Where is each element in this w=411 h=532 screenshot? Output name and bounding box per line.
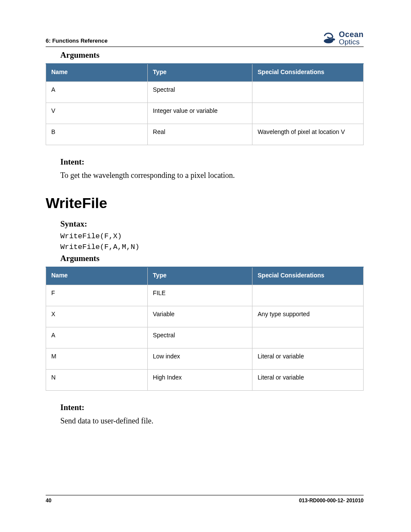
- cell-name: V: [46, 103, 148, 124]
- svg-point-1: [331, 38, 335, 40]
- cell-type: Spectral: [147, 82, 252, 103]
- arguments-table-1: Name Type Special Considerations A Spect…: [46, 63, 364, 145]
- page-number: 40: [46, 498, 51, 504]
- logo-text: Ocean Optics: [339, 31, 364, 46]
- cell-special: [252, 82, 364, 103]
- page: 6: Functions Reference Ocean Optics Argu…: [0, 0, 411, 532]
- intent-heading: Intent:: [60, 403, 364, 412]
- arguments-heading: Arguments: [60, 254, 364, 263]
- cell-type: Integer value or variable: [147, 103, 252, 124]
- arguments-heading: Arguments: [60, 50, 364, 60]
- cell-name: B: [46, 124, 148, 145]
- col-special: Special Considerations: [252, 267, 364, 285]
- col-name: Name: [46, 64, 148, 82]
- col-type: Type: [147, 267, 252, 285]
- col-name: Name: [46, 267, 148, 285]
- cell-special: Literal or variable: [252, 348, 364, 370]
- cell-type: FILE: [147, 285, 252, 306]
- cell-name: X: [46, 306, 148, 327]
- intent-heading: Intent:: [60, 157, 364, 167]
- cell-type: Variable: [147, 306, 252, 327]
- cell-name: F: [46, 285, 148, 306]
- cell-special: Any type supported: [252, 306, 364, 327]
- cell-name: M: [46, 348, 148, 370]
- page-header: 6: Functions Reference Ocean Optics: [46, 30, 364, 47]
- syntax-heading: Syntax:: [60, 219, 364, 229]
- syntax-line: WriteFile(F,X): [60, 232, 364, 240]
- table-row: A Spectral: [46, 327, 364, 348]
- syntax-line: WriteFile(F,A,M,N): [60, 243, 364, 251]
- wave-logo-icon: [322, 30, 338, 46]
- cell-special: [252, 285, 364, 306]
- col-special: Special Considerations: [252, 64, 364, 82]
- table-row: B Real Wavelength of pixel at location V: [46, 124, 364, 145]
- cell-special: Literal or variable: [252, 370, 364, 391]
- header-section-label: 6: Functions Reference: [46, 37, 108, 46]
- cell-type: Real: [147, 124, 252, 145]
- table-row: N High Index Literal or variable: [46, 370, 364, 391]
- ocean-optics-logo: Ocean Optics: [322, 30, 364, 46]
- table-row: F FILE: [46, 285, 364, 306]
- table-row: M Low index Literal or variable: [46, 348, 364, 370]
- cell-type: Spectral: [147, 327, 252, 348]
- table-header-row: Name Type Special Considerations: [46, 64, 364, 82]
- function-title: WriteFile: [46, 195, 364, 212]
- table-row: V Integer value or variable: [46, 103, 364, 124]
- logo-text-bottom: Optics: [339, 38, 364, 46]
- table-row: A Spectral: [46, 82, 364, 103]
- cell-name: N: [46, 370, 148, 391]
- intent-text: Send data to user-defined file.: [60, 417, 364, 426]
- cell-special: [252, 327, 364, 348]
- col-type: Type: [147, 64, 252, 82]
- intent-text: To get the wavelength corresponding to a…: [60, 171, 364, 180]
- doc-id: 013-RD000-000-12- 201010: [299, 498, 364, 504]
- arguments-table-2: Name Type Special Considerations F FILE …: [46, 267, 364, 391]
- logo-text-top: Ocean: [339, 31, 364, 38]
- cell-type: High Index: [147, 370, 252, 391]
- cell-type: Low index: [147, 348, 252, 370]
- table-row: X Variable Any type supported: [46, 306, 364, 327]
- table-header-row: Name Type Special Considerations: [46, 267, 364, 285]
- cell-special: [252, 103, 364, 124]
- cell-name: A: [46, 82, 148, 103]
- cell-special: Wavelength of pixel at location V: [252, 124, 364, 145]
- cell-name: A: [46, 327, 148, 348]
- page-footer: 40 013-RD000-000-12- 201010: [46, 495, 364, 504]
